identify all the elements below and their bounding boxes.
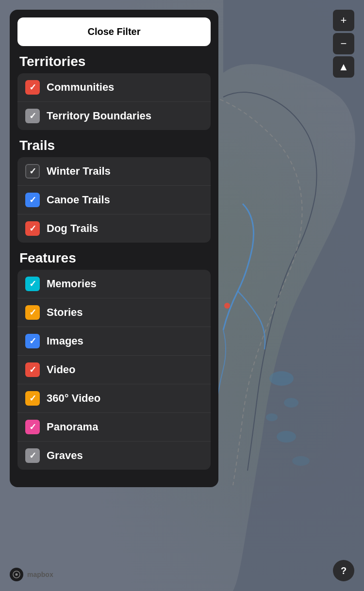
- canoe-trails-item[interactable]: ✓ Canoe Trails: [17, 186, 211, 214]
- video-item[interactable]: ✓ Video: [17, 356, 211, 384]
- canoe-trails-checkbox[interactable]: ✓: [25, 193, 40, 207]
- stories-item[interactable]: ✓ Stories: [17, 298, 211, 327]
- winter-trails-checkbox[interactable]: ✓: [25, 164, 40, 179]
- territories-section: Territories ✓ Communities ✓ Territory Bo…: [10, 54, 218, 138]
- mapbox-logo: mapbox: [10, 568, 53, 581]
- memories-item[interactable]: ✓ Memories: [17, 270, 211, 298]
- memories-checkbox[interactable]: ✓: [25, 277, 40, 291]
- svg-point-3: [266, 413, 278, 421]
- mapbox-text: mapbox: [27, 571, 53, 578]
- 360-video-checkbox[interactable]: ✓: [25, 391, 40, 406]
- svg-point-1: [269, 371, 294, 386]
- features-section: Features ✓ Memories ✓ Stories ✓ Images ✓…: [10, 250, 218, 477]
- stories-checkbox[interactable]: ✓: [25, 305, 40, 320]
- dog-trails-label: Dog Trails: [47, 222, 98, 235]
- graves-checkbox[interactable]: ✓: [25, 448, 40, 463]
- territories-title: Territories: [17, 54, 211, 69]
- images-checkbox[interactable]: ✓: [25, 334, 40, 348]
- video-label: Video: [47, 363, 76, 376]
- map-controls: + − ▲: [333, 10, 354, 79]
- features-title: Features: [17, 250, 211, 266]
- svg-point-0: [224, 303, 230, 309]
- svg-point-4: [277, 431, 296, 443]
- territory-boundaries-label: Territory Boundaries: [47, 110, 151, 122]
- images-item[interactable]: ✓ Images: [17, 327, 211, 356]
- communities-checkbox[interactable]: ✓: [25, 80, 40, 95]
- panorama-item[interactable]: ✓ Panorama: [17, 413, 211, 442]
- svg-point-7: [16, 574, 18, 576]
- graves-label: Graves: [47, 449, 83, 462]
- filter-panel: Close Filter Territories ✓ Communities ✓…: [10, 10, 218, 487]
- communities-label: Communities: [47, 81, 114, 94]
- mapbox-icon: [10, 568, 23, 581]
- images-label: Images: [47, 335, 83, 347]
- winter-trails-label: Winter Trails: [47, 165, 111, 178]
- graves-item[interactable]: ✓ Graves: [17, 442, 211, 470]
- 360-video-item[interactable]: ✓ 360° Video: [17, 384, 211, 413]
- winter-trails-item[interactable]: ✓ Winter Trails: [17, 157, 211, 186]
- canoe-trails-label: Canoe Trails: [47, 194, 110, 206]
- communities-item[interactable]: ✓ Communities: [17, 73, 211, 102]
- zoom-out-button[interactable]: −: [333, 33, 354, 54]
- stories-label: Stories: [47, 306, 83, 319]
- trails-section: Trails ✓ Winter Trails ✓ Canoe Trails ✓ …: [10, 138, 218, 250]
- dog-trails-item[interactable]: ✓ Dog Trails: [17, 214, 211, 243]
- 360-video-label: 360° Video: [47, 392, 100, 405]
- compass-button[interactable]: ▲: [333, 56, 354, 78]
- territory-boundaries-item[interactable]: ✓ Territory Boundaries: [17, 102, 211, 130]
- trails-title: Trails: [17, 138, 211, 153]
- trails-box: ✓ Winter Trails ✓ Canoe Trails ✓ Dog Tra…: [17, 157, 211, 243]
- zoom-in-button[interactable]: +: [333, 10, 354, 31]
- svg-point-2: [284, 398, 298, 408]
- panorama-label: Panorama: [47, 421, 98, 433]
- video-checkbox[interactable]: ✓: [25, 362, 40, 377]
- territory-boundaries-checkbox[interactable]: ✓: [25, 109, 40, 123]
- territories-box: ✓ Communities ✓ Territory Boundaries: [17, 73, 211, 130]
- svg-point-5: [292, 456, 310, 466]
- panorama-checkbox[interactable]: ✓: [25, 420, 40, 434]
- features-box: ✓ Memories ✓ Stories ✓ Images ✓ Video ✓ …: [17, 270, 211, 470]
- help-button[interactable]: ?: [333, 560, 354, 581]
- dog-trails-checkbox[interactable]: ✓: [25, 221, 40, 236]
- memories-label: Memories: [47, 278, 97, 290]
- close-filter-button[interactable]: Close Filter: [17, 17, 211, 46]
